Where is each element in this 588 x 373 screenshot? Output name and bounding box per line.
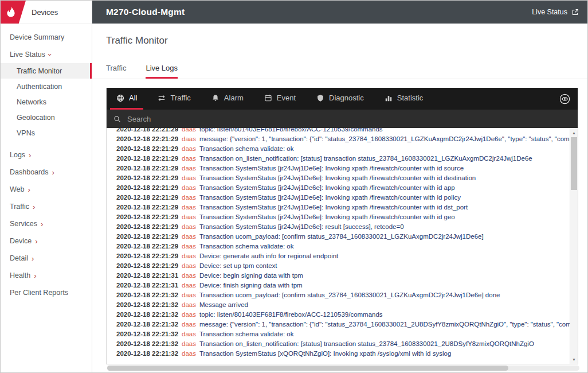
log-source: daas [178,252,199,259]
log-source: daas [178,174,199,181]
sidebar-item-logs[interactable]: Logs› [1,146,92,164]
log-timestamp: 2020-12-18 22:21:32 [116,311,178,318]
page: Devices Device SummaryLive Status›Traffi… [0,0,588,373]
log-timestamp: 2020-12-18 22:21:29 [116,262,178,269]
scroll-down-arrow[interactable]: ▼ [570,355,578,363]
log-message: Transaction ucom_payload: [confirm statu… [199,292,500,298]
filter-alarm[interactable]: Alarm [205,88,250,110]
filter-all[interactable]: All [110,88,143,110]
chevron-right-icon: › [52,169,54,176]
watchguard-logo[interactable] [1,1,26,24]
log-row: 2020-12-18 22:21:29daasTransaction Syste… [107,212,570,222]
sidebar-item-device[interactable]: Device› [1,232,92,250]
page-title: Traffic Monitor [106,35,587,46]
log-timestamp: 2020-12-18 22:21:29 [116,233,178,240]
log-timestamp: 2020-12-18 22:21:29 [116,243,178,250]
log-source: daas [178,165,199,172]
filter-traffic[interactable]: Traffic [151,88,197,110]
sidebar-item-label: Device Summary [10,33,64,41]
chevron-right-icon: › [28,186,30,193]
sidebar-item-label: Traffic [10,203,29,211]
search-icon [113,115,121,123]
sidebar-item-detail[interactable]: Detail› [1,250,92,267]
log-row: 2020-12-18 22:21:29daasDevice: set up tp… [107,261,570,271]
sidebar-item-networks[interactable]: Networks [1,94,92,110]
log-row: 2020-12-18 22:21:32daasTransaction schem… [107,329,570,339]
log-source: daas [178,155,199,162]
sidebar-item-authentication[interactable]: Authentication [1,79,92,94]
log-source: daas [178,184,199,191]
log-panel: AllTrafficAlarmEventDiagnosticStatistic … [106,88,578,364]
log-row: 2020-12-18 22:21:29daasTransaction schem… [107,144,570,154]
sidebar-item-device-summary[interactable]: Device Summary [1,29,92,46]
log-source: daas [178,233,199,240]
sidebar-item-services[interactable]: Services› [1,215,92,232]
log-row: 2020-12-18 22:21:31daasDevice: begin sig… [107,271,570,281]
log-message: Message arrived [199,301,248,308]
bell-icon [211,94,219,102]
log-source: daas [178,135,199,142]
log-list: 2020-12-18 22:21:29daastopic: listen/801… [107,128,570,359]
filter-diagnostic[interactable]: Diagnostic [310,88,370,110]
log-message: Transaction SystemStatus [jr24Jwj1De6e]:… [199,213,455,220]
live-scroll-toggle[interactable] [558,92,572,106]
live-status-label: Live Status [532,8,567,16]
chart-icon [385,94,393,102]
vertical-scroll-thumb[interactable] [571,137,577,190]
sidebar-item-health[interactable]: Health› [1,267,92,284]
log-message: Transaction ucom_payload: [confirm statu… [199,233,484,240]
sidebar-item-dashboards[interactable]: Dashboards› [1,164,92,181]
filter-label: Event [277,94,296,102]
sidebar-item-label: Networks [17,98,46,106]
topbar: M270-Cloud-Mgmt Live Status [92,1,587,24]
log-row: 2020-12-18 22:21:32daastopic: listen/801… [107,310,570,320]
sidebar-item-geolocation[interactable]: Geolocation [1,110,92,125]
vertical-scrollbar[interactable]: ▲ ▼ [570,128,578,364]
log-timestamp: 2020-12-18 22:21:29 [116,223,178,230]
log-row: 2020-12-18 22:21:29daasmessage: {"versio… [107,134,570,144]
log-row: 2020-12-18 22:21:29daasTransaction schem… [107,242,570,251]
log-timestamp: 2020-12-18 22:21:32 [116,292,178,298]
scroll-up-arrow[interactable]: ▲ [570,129,578,137]
log-source: daas [178,204,199,211]
tab-traffic[interactable]: Traffic [106,64,126,79]
log-message: Device: set up tpm context [199,262,277,269]
filters: AllTrafficAlarmEventDiagnosticStatistic [110,88,437,110]
sidebar-item-traffic-monitor[interactable]: Traffic Monitor [1,63,92,79]
device-title: M270-Cloud-Mgmt [106,7,185,17]
horizontal-scrollbar[interactable] [107,366,579,371]
filter-event[interactable]: Event [258,88,302,110]
chevron-down-icon: › [46,53,54,56]
sidebar-item-traffic[interactable]: Traffic› [1,198,92,215]
sidebar-item-label: Detail [10,254,28,262]
sidebar-item-live-status[interactable]: Live Status› [1,46,92,63]
log-row: 2020-12-18 22:21:32daasTransaction Syste… [107,349,570,359]
sidebar-item-vpns[interactable]: VPNs [1,125,92,141]
log-message: Transaction SystemStatus [jr24Jwj1De6e]:… [199,204,468,211]
sidebar-item-label: Dashboards [10,168,48,176]
log-source: daas [178,145,199,152]
log-timestamp: 2020-12-18 22:21:29 [116,194,178,201]
horizontal-scroll-thumb[interactable] [107,366,508,371]
log-timestamp: 2020-12-18 22:21:31 [116,282,178,289]
search-input[interactable] [126,114,571,124]
log-row: 2020-12-18 22:21:29daasTransaction Syste… [107,203,570,212]
live-status-link[interactable]: Live Status [532,8,579,16]
filter-statistic[interactable]: Statistic [378,88,430,110]
main-content: Traffic Monitor TrafficLive Logs AllTraf… [92,24,587,372]
log-row: 2020-12-18 22:21:29daasTransaction Syste… [107,173,570,183]
log-source: daas [178,311,199,318]
calendar-icon [264,94,272,102]
log-message: Transaction schema validate: ok [199,331,294,337]
tab-live-logs[interactable]: Live Logs [146,64,178,79]
sidebar-item-web[interactable]: Web› [1,181,92,198]
log-timestamp: 2020-12-18 22:21:29 [116,213,178,220]
log-timestamp: 2020-12-18 22:21:29 [116,252,178,259]
sidebar-item-label: Device [10,237,32,245]
sidebar-item-label: Geolocation [17,114,55,122]
log-source: daas [178,272,199,279]
sidebar-item-per-client-reports[interactable]: Per Client Reports [1,284,92,301]
log-timestamp: 2020-12-18 22:21:29 [116,174,178,181]
diagnostic-icon [316,94,324,102]
log-row: 2020-12-18 22:21:32daasTransaction on_li… [107,339,570,349]
